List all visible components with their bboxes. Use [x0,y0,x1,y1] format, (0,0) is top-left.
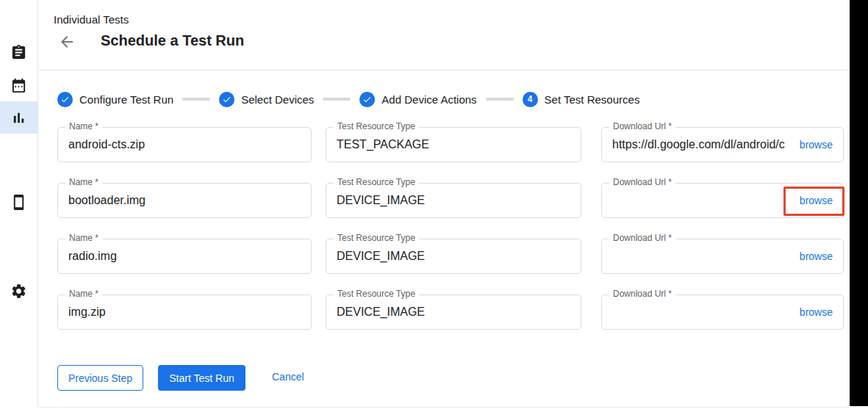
download-url-field-label: Download Url * [609,177,675,187]
browse-button-row-3[interactable]: browse [795,247,843,265]
download-url-field-row-3[interactable]: Download Url * browse [601,239,844,274]
step-1-label[interactable]: Configure Test Run [79,93,173,106]
step-3-label[interactable]: Add Device Actions [381,93,476,106]
previous-step-button[interactable]: Previous Step [57,365,143,391]
resource-type-field-value: DEVICE_IMAGE [326,184,581,217]
resource-type-field-row-2[interactable]: Test Resource Type DEVICE_IMAGE [326,183,581,218]
step-1-complete-circle [57,92,73,107]
name-field-value: bootloader.img [58,184,311,217]
step-2-label[interactable]: Select Devices [241,93,314,106]
name-field-label: Name * [65,289,102,299]
resource-type-field-label: Test Resource Type [334,289,419,299]
name-field-row-4[interactable]: Name * img.zip [57,294,312,330]
step-4-label[interactable]: Set Test Resources [545,93,640,106]
step-connector [182,98,210,101]
step-connector [323,98,351,101]
step-2-complete-circle [219,92,234,107]
resource-type-field-row-4[interactable]: Test Resource Type DEVICE_IMAGE [326,294,581,330]
name-field-label: Name * [65,121,102,131]
cancel-button[interactable]: Cancel [272,371,304,383]
download-url-field-label: Download Url * [609,121,675,131]
sidebar-item-devices[interactable] [0,186,37,218]
resource-type-field-row-3[interactable]: Test Resource Type DEVICE_IMAGE [326,239,581,274]
resource-type-field-label: Test Resource Type [334,121,419,131]
step-3-complete-circle [359,92,375,107]
check-icon [222,95,232,104]
calendar-icon [10,77,27,94]
resource-type-field-row-1[interactable]: Test Resource Type TEST_PACKAGE [326,127,581,162]
download-url-field-row-4[interactable]: Download Url * browse [601,294,844,330]
name-field-value: img.zip [58,295,311,329]
page-title: Schedule a Test Run [101,32,244,49]
name-field-value: android-cts.zip [58,128,311,162]
sidebar-item-plans[interactable] [0,69,37,101]
name-field-row-3[interactable]: Name * radio.img [57,239,312,274]
sidebar [0,0,38,407]
smartphone-icon [10,194,27,211]
bottom-divider [39,407,850,408]
header-divider [39,70,850,71]
section-title: Individual Tests [54,13,129,26]
download-url-field-value: https://dl.google.com/dl/android/c [602,128,795,162]
name-field-value: radio.img [58,239,311,273]
step-4-current-circle: 4 [523,92,538,107]
back-arrow-icon [58,33,76,51]
name-field-row-1[interactable]: Name * android-cts.zip [57,127,312,162]
download-url-field-label: Download Url * [609,233,675,243]
sidebar-item-settings[interactable] [0,275,37,307]
name-field-row-2[interactable]: Name * bootloader.img [57,183,312,218]
browse-button-row-2[interactable]: browse [795,192,843,209]
download-url-field-row-2[interactable]: Download Url * browse [601,183,844,218]
browse-button-row-1[interactable]: browse [795,136,843,153]
resource-type-field-label: Test Resource Type [334,233,419,243]
download-url-field-row-1[interactable]: Download Url * https://dl.google.com/dl/… [601,127,844,162]
bar-chart-icon [10,109,27,126]
browse-button-row-4[interactable]: browse [795,303,843,321]
name-field-label: Name * [65,233,102,243]
resource-type-field-value: DEVICE_IMAGE [326,239,581,273]
stepper: Configure Test Run Select Devices Add De… [57,89,639,109]
step-4-number: 4 [528,94,533,104]
resource-type-field-value: TEST_PACKAGE [326,128,581,162]
start-test-run-button[interactable]: Start Test Run [158,365,245,391]
resource-type-field-value: DEVICE_IMAGE [326,295,581,329]
check-icon [60,95,70,104]
resource-type-field-label: Test Resource Type [334,177,419,187]
download-url-field-label: Download Url * [609,289,675,299]
clipboard-icon [10,44,27,61]
sidebar-item-test-runs[interactable] [0,101,37,134]
name-field-label: Name * [65,177,102,187]
back-button[interactable] [58,33,76,51]
step-connector [486,98,514,101]
gear-icon [10,283,27,300]
right-black-band [850,0,868,406]
check-icon [362,95,372,104]
sidebar-item-tests[interactable] [0,36,37,68]
